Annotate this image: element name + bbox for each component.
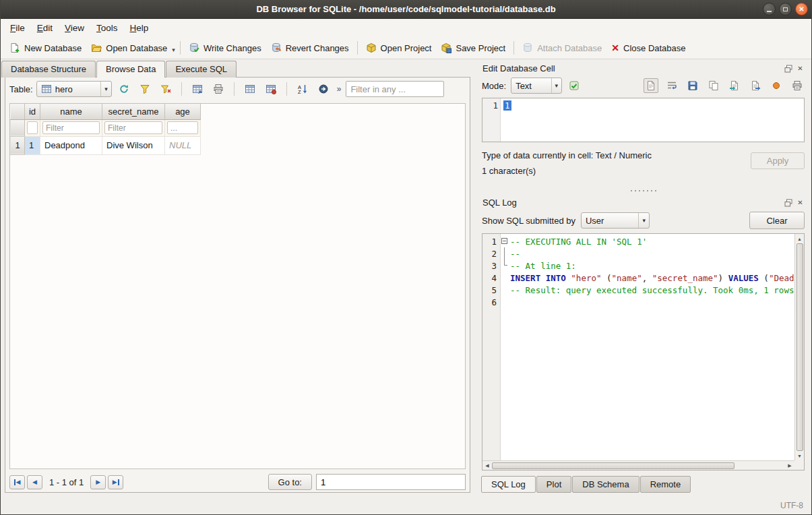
sql-log-content[interactable]: 1 − -- EXECUTING ALL IN 'SQL 1' 2 -- 3 -…	[482, 234, 794, 460]
word-wrap-button[interactable]	[664, 78, 679, 93]
set-null-button[interactable]	[769, 78, 784, 93]
table-delete-icon	[266, 84, 276, 94]
scroll-left-icon[interactable]: ◀	[483, 462, 491, 470]
menu-file[interactable]: File	[4, 20, 31, 36]
column-header-name[interactable]: name	[40, 104, 102, 119]
save-filter-button[interactable]	[157, 81, 175, 97]
dock-splitter[interactable]	[480, 187, 806, 195]
menu-tools[interactable]: Tools	[90, 20, 124, 36]
filter-any-input[interactable]	[346, 81, 444, 97]
new-database-button[interactable]: New Database	[5, 40, 86, 56]
sql-source-select[interactable]: User ▾	[581, 212, 650, 229]
mode-select[interactable]: Text ▾	[511, 78, 562, 94]
goto-button[interactable]: Go to:	[268, 474, 312, 490]
print-cell-button[interactable]	[790, 78, 805, 93]
cell-name[interactable]: Deadpond	[40, 136, 102, 154]
next-record-button[interactable]: ▶	[90, 475, 106, 489]
browse-data-page: Table: hero ▾	[5, 77, 470, 493]
menu-view[interactable]: View	[59, 20, 90, 36]
import-cell-button[interactable]	[727, 78, 742, 93]
write-changes-button[interactable]: Write Changes	[184, 40, 266, 56]
tab-sql-log[interactable]: SQL Log	[481, 476, 536, 493]
tab-db-schema[interactable]: DB Schema	[572, 476, 639, 493]
filter-input-age[interactable]	[167, 121, 198, 134]
refresh-button[interactable]	[115, 81, 133, 97]
dock-close-button[interactable]: ✕	[796, 64, 805, 73]
table-select[interactable]: hero ▾	[36, 81, 112, 97]
save-cell-button[interactable]	[685, 78, 700, 93]
vertical-scroll-thumb[interactable]	[797, 243, 803, 451]
open-database-dropdown-icon[interactable]: ▾	[172, 42, 177, 53]
dock-float-button[interactable]	[784, 198, 792, 207]
grid-corner-cell[interactable]	[11, 104, 25, 119]
scroll-right-icon[interactable]: ▶	[786, 462, 794, 470]
cell-secret-name[interactable]: Dive Wilson	[102, 136, 165, 154]
last-record-button[interactable]: ▶	[108, 475, 123, 489]
filter-input-secret-name[interactable]	[104, 121, 162, 134]
tab-database-structure[interactable]: Database Structure	[1, 61, 96, 78]
previous-record-button[interactable]: ◀	[27, 475, 42, 489]
export-cell-button[interactable]	[748, 78, 763, 93]
tab-remote[interactable]: Remote	[640, 476, 691, 493]
toolbar-overflow-button[interactable]: »	[336, 84, 343, 94]
cell-id[interactable]: 1	[25, 136, 40, 154]
filter-input-name[interactable]	[42, 121, 100, 134]
open-project-button[interactable]: Open Project	[361, 40, 437, 56]
tab-plot[interactable]: Plot	[536, 476, 571, 493]
vertical-scrollbar[interactable]: ▲ ▼	[794, 234, 804, 460]
table-label: Table:	[9, 84, 33, 94]
goto-record-button[interactable]	[315, 81, 332, 97]
sort-az-icon	[297, 84, 308, 94]
cell-editor[interactable]: 1 1	[482, 98, 805, 142]
revert-changes-button[interactable]: Revert Changes	[266, 40, 354, 56]
copy-cell-button[interactable]	[706, 78, 721, 93]
goto-input[interactable]	[316, 474, 466, 490]
nav-bar-icon	[14, 479, 15, 485]
menu-help[interactable]: Help	[124, 20, 155, 36]
edit-cell-icon-strip	[644, 78, 805, 93]
nav-prev-icon: ◀	[16, 479, 21, 485]
horizontal-scroll-thumb[interactable]	[492, 462, 735, 469]
column-header-age[interactable]: age	[165, 104, 201, 119]
open-project-icon	[366, 42, 377, 53]
encoding-label[interactable]: UTF-8	[780, 501, 803, 510]
column-header-id[interactable]: id	[25, 104, 40, 119]
insert-record-button[interactable]	[241, 81, 259, 97]
close-window-button[interactable]: ✕	[795, 3, 808, 16]
attach-database-icon	[522, 42, 533, 53]
minimize-button[interactable]	[763, 3, 776, 16]
open-database-button[interactable]: Open Database	[86, 40, 172, 56]
row-header[interactable]: 1	[11, 136, 25, 154]
filter-input-id[interactable]	[27, 121, 38, 134]
cell-age[interactable]: NULL	[165, 136, 201, 154]
dock-close-button[interactable]: ✕	[796, 198, 805, 207]
close-database-button[interactable]: ✕ Close Database	[606, 40, 690, 56]
open-database-icon	[91, 42, 102, 53]
first-record-button[interactable]: ◀	[9, 475, 25, 489]
fold-toggle-icon[interactable]: −	[501, 238, 507, 244]
auto-switch-mode-button[interactable]	[567, 78, 582, 93]
sort-button[interactable]	[294, 81, 311, 97]
mode-select-value: Text	[516, 81, 532, 91]
text-document-button[interactable]	[644, 78, 658, 93]
edit-cell-title: Edit Database Cell	[482, 63, 555, 73]
clear-filters-button[interactable]	[136, 81, 154, 97]
scroll-up-icon[interactable]: ▲	[796, 235, 804, 243]
apply-button[interactable]: Apply	[751, 152, 805, 169]
tab-browse-data[interactable]: Browse Data	[96, 61, 165, 78]
tab-execute-sql[interactable]: Execute SQL	[166, 61, 237, 78]
menu-edit[interactable]: Edit	[31, 20, 59, 36]
column-header-secret-name[interactable]: secret_name	[102, 104, 165, 119]
dock-float-button[interactable]	[784, 64, 792, 73]
horizontal-scrollbar[interactable]: ◀ ▶	[482, 460, 794, 470]
save-project-button[interactable]: Save Project	[436, 40, 510, 56]
clear-log-button[interactable]: Clear	[749, 212, 805, 229]
delete-record-button[interactable]	[262, 81, 280, 97]
export-table-button[interactable]	[189, 81, 206, 97]
maximize-button[interactable]	[779, 3, 792, 16]
main-tabs: Database Structure Browse Data Execute S…	[1, 59, 475, 78]
print-table-button[interactable]	[210, 81, 227, 97]
scroll-down-icon[interactable]: ▼	[796, 452, 804, 460]
auto-mode-icon	[569, 80, 580, 91]
window-controls: ✕	[763, 3, 808, 16]
